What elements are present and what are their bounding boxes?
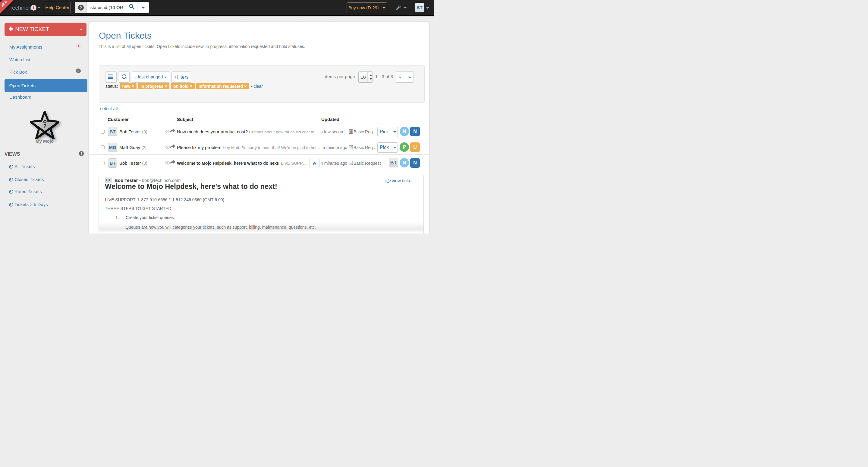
svg-text:?: ?	[43, 123, 47, 129]
